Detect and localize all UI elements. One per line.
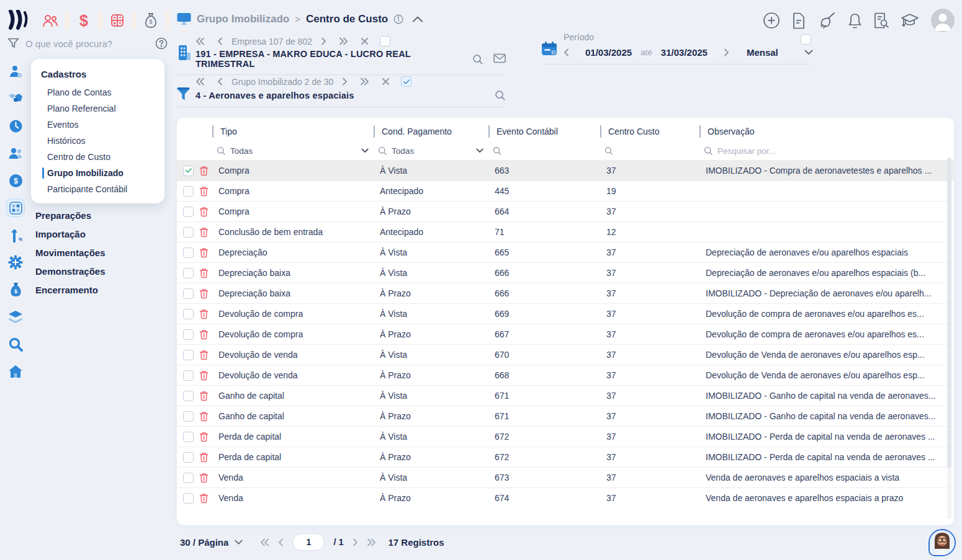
row-checkbox[interactable]: [183, 432, 194, 442]
row-checkbox[interactable]: [183, 411, 194, 422]
table-row[interactable]: Ganho de capital À Prazo 671 37 IMOBILIZ…: [177, 406, 954, 426]
row-checkbox[interactable]: [183, 268, 194, 278]
table-row[interactable]: Depreciação baixa À Vista 666 37 Depreci…: [177, 262, 954, 283]
layers-icon[interactable]: [6, 308, 25, 326]
row-checkbox[interactable]: [183, 473, 194, 483]
company-checkbox[interactable]: [380, 36, 390, 47]
clock-icon[interactable]: [6, 117, 25, 135]
first-group-icon[interactable]: [196, 78, 205, 86]
clear-company-icon[interactable]: [361, 37, 369, 45]
filter-funnel-icon[interactable]: [7, 38, 19, 49]
table-row[interactable]: Devolução de compra À Vista 669 37 Devol…: [177, 303, 954, 324]
filter-centro-search[interactable]: [600, 146, 699, 156]
document-search-icon[interactable]: [874, 12, 889, 29]
menu-item-historicos[interactable]: Históricos: [31, 133, 164, 149]
menu-section-preparacoes[interactable]: Preparações: [35, 208, 106, 223]
row-checkbox[interactable]: [183, 329, 194, 340]
person-gear-icon[interactable]: [6, 62, 25, 81]
table-row[interactable]: Perda de capital À Vista 672 37 IMOBILIZ…: [177, 426, 954, 447]
mail-icon[interactable]: [493, 53, 506, 65]
broom-icon[interactable]: [817, 12, 836, 29]
row-checkbox[interactable]: [183, 350, 194, 360]
menu-section-movimentacoes[interactable]: Movimentações: [35, 246, 106, 260]
home-icon[interactable]: [6, 362, 25, 381]
calculator-icon-active[interactable]: [6, 198, 25, 217]
menu-section-demonstracoes[interactable]: Demonstrações: [35, 264, 106, 278]
prev-period-icon[interactable]: [564, 48, 569, 56]
prev-group-icon[interactable]: [217, 78, 223, 86]
document-icon[interactable]: [792, 12, 806, 29]
delete-row-icon[interactable]: [199, 493, 209, 504]
filter-evento-input[interactable]: [506, 146, 600, 156]
filter-tipo-select[interactable]: Todas: [212, 146, 374, 156]
filter-obs-input[interactable]: [717, 146, 943, 156]
delete-row-icon[interactable]: [199, 247, 209, 258]
table-row[interactable]: Compra Antecipado 445 19: [177, 180, 954, 201]
next-page-icon[interactable]: [353, 538, 358, 546]
calculator-module-icon[interactable]: [103, 13, 132, 28]
prev-page-icon[interactable]: [278, 538, 284, 546]
delete-row-icon[interactable]: [199, 207, 209, 217]
menu-section-encerramento[interactable]: Encerramento: [35, 283, 106, 297]
delete-row-icon[interactable]: [199, 227, 209, 238]
row-checkbox[interactable]: [183, 309, 194, 319]
column-header-cond-pagamento[interactable]: Cond. Pagamento: [374, 125, 488, 138]
row-checkbox[interactable]: [183, 493, 194, 504]
filter-cond-select[interactable]: Todas: [374, 146, 488, 156]
table-row[interactable]: Depreciação baixa À Prazo 666 37 IMOBILI…: [177, 283, 954, 303]
menu-item-plano-de-contas[interactable]: Plano de Contas: [31, 84, 164, 100]
column-header-tipo[interactable]: Tipo: [212, 125, 374, 138]
handshake-icon[interactable]: [6, 89, 25, 108]
table-row[interactable]: Venda À Vista 673 37 Venda de aeronaves …: [177, 467, 954, 487]
group-value[interactable]: 4 - Aeronaves e aparelhos espaciais: [196, 91, 494, 100]
finance-module-icon[interactable]: $: [70, 12, 98, 30]
support-chat-avatar[interactable]: [928, 529, 956, 556]
period-mode-chevron-down-icon[interactable]: [804, 50, 813, 55]
row-checkbox[interactable]: [183, 186, 194, 197]
row-checkbox[interactable]: [183, 391, 194, 401]
info-icon[interactable]: [393, 14, 403, 24]
company-name[interactable]: 191 - EMPRESA - MAKRO EDUCA - LUCRO REAL…: [196, 49, 472, 69]
table-row[interactable]: Compra À Prazo 664 37: [177, 201, 954, 221]
row-checkbox[interactable]: [183, 288, 194, 299]
table-row[interactable]: Ganho de capital À Vista 671 37 IMOBILIZ…: [177, 385, 954, 406]
gear-plus-icon[interactable]: [6, 253, 25, 272]
first-page-icon[interactable]: [260, 538, 269, 546]
next-company-icon[interactable]: [321, 37, 326, 45]
bell-icon[interactable]: [848, 12, 862, 29]
page-number-input[interactable]: [292, 533, 325, 551]
delete-row-icon[interactable]: [199, 391, 209, 401]
table-row[interactable]: Depreciação À Vista 665 37 Depreciação d…: [177, 242, 954, 262]
filter-evento-search[interactable]: [488, 146, 600, 156]
last-company-icon[interactable]: [339, 37, 348, 45]
user-avatar[interactable]: [931, 9, 955, 32]
delete-row-icon[interactable]: [199, 288, 209, 299]
clear-group-icon[interactable]: [382, 78, 390, 86]
table-row[interactable]: Devolução de compra À Prazo 667 37 Devol…: [177, 324, 954, 344]
row-checkbox[interactable]: [183, 452, 194, 463]
people-module-icon[interactable]: [36, 13, 65, 28]
magnifier-icon[interactable]: [6, 335, 25, 353]
dollar-circle-icon[interactable]: $: [6, 171, 25, 190]
table-row[interactable]: Compra À Vista 663 37 IMOBILIZADO - Comp…: [177, 160, 954, 180]
column-header-observacao[interactable]: Observação: [699, 125, 954, 138]
period-mode-select[interactable]: Mensal: [747, 47, 778, 58]
menu-section-importacao[interactable]: Importação: [35, 227, 106, 241]
people-icon[interactable]: [6, 144, 25, 162]
column-header-evento-contabil[interactable]: Evento Contábil: [488, 125, 600, 138]
graduation-cap-icon[interactable]: [901, 12, 919, 29]
search-input[interactable]: [25, 38, 149, 49]
last-group-icon[interactable]: [360, 78, 369, 86]
next-group-icon[interactable]: [342, 78, 348, 86]
delete-row-icon[interactable]: [199, 309, 209, 319]
row-checkbox[interactable]: [183, 247, 194, 258]
first-company-icon[interactable]: [196, 37, 205, 45]
company-search-icon[interactable]: [472, 53, 483, 65]
delete-row-icon[interactable]: [199, 166, 209, 176]
delete-row-icon[interactable]: [199, 452, 209, 463]
delete-row-icon[interactable]: [199, 186, 209, 197]
period-end-date[interactable]: 31/03/2025: [661, 47, 708, 58]
period-start-date[interactable]: 01/03/2025: [585, 47, 632, 58]
delete-row-icon[interactable]: [199, 473, 209, 483]
delete-row-icon[interactable]: [199, 329, 209, 340]
